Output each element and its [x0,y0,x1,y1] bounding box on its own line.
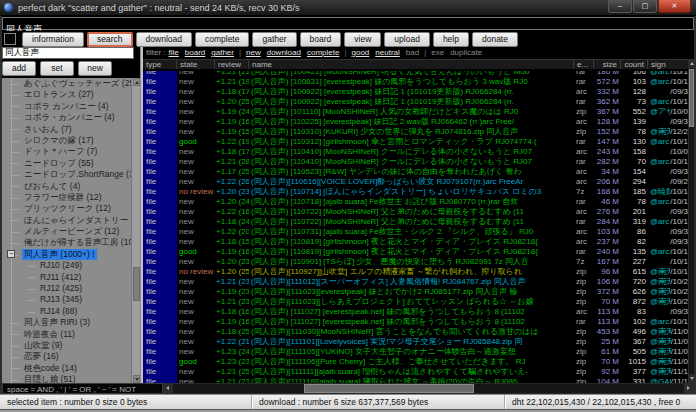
sidebar-search-input[interactable] [2,47,134,59]
table-row[interactable]: filenew+1.18 (16((同人音声) [111027] [everes… [143,307,688,317]
scroll-left-icon[interactable] [164,384,173,393]
column-header-sign[interactable]: sign [648,60,688,69]
table-row[interactable]: filenew+1.22 (16((同人音声) [110722] [MooNSH… [143,207,688,217]
table-row[interactable]: filenew+1.19 (24((同人音声) [101110] [MooNSH… [143,107,688,117]
tree-item[interactable]: コポラ カンパニー (4) [2,101,140,112]
table-row[interactable]: filenew+1.20 (25((同人音声) [100922] [everes… [143,97,688,107]
table-row[interactable]: filenew+1.22 (20((同人音声) [110731] [ajaib … [143,227,688,237]
tree-item[interactable]: びおらんて (4) [2,181,140,192]
filter-new[interactable]: new [246,48,261,57]
tree-item[interactable]: RJ13 (345) [2,294,140,305]
table-row[interactable]: filenew+1.18 (17((同人音声) [100922] [everes… [143,87,688,97]
table-row[interactable]: filenew+1.19 (23((同人音声)[111023][everestp… [143,287,688,297]
column-header-e[interactable]: e... [574,60,594,69]
tree-item[interactable]: ニードロップ.ShortRange (3) [2,169,140,180]
minimize-button[interactable]: – [608,0,632,13]
table-row[interactable]: filenew+1.18 (24((同人音声) [110722] [MooNSH… [143,217,688,227]
tree-item[interactable]: RJ10 (249) [2,260,140,271]
toolbar-button-download[interactable]: download [136,32,192,47]
filter-exe[interactable]: exe [431,48,444,57]
table-horizontal-scrollbar[interactable] [163,383,694,394]
column-header-state[interactable]: state [177,60,215,69]
table-row[interactable]: fileno review+1.20 (25((同人音声)[110927][山吹… [143,267,688,277]
table-row[interactable]: filenew+1.21 (23((同人音声)[111023][しらあえプロジェ… [143,297,688,307]
tree-item[interactable]: コポラ・カンパニー (4) [2,112,140,123]
table-row[interactable]: filenew+1.19 (15((同人音声) [110310] [KUKURI… [143,127,688,137]
scroll-right-icon[interactable] [684,384,693,393]
table-row[interactable]: filenew+1.18 (15((同人音声) [110819] [girlis… [143,237,688,247]
toolbar-button-complete[interactable]: complete [195,32,250,47]
table-row[interactable]: filenew+1.23 (24((同人音声)[111105][YUKINO] … [143,347,688,357]
tree-item[interactable]: ニードロップ (55) [2,158,140,169]
toolbar-button-gather[interactable]: gather [252,32,296,47]
filter-download[interactable]: download [267,48,301,57]
table-row[interactable]: filenew+1.17 (25((同人音声) [110523] [R&W] ヤ… [143,167,688,177]
toolbar-button-help[interactable]: help [433,32,469,47]
column-header-type[interactable]: type [143,60,177,69]
table-row[interactable]: filenew+1.21 (19((同人音声) [100831] [everes… [143,77,688,87]
tree-item[interactable]: 俺だけが得する音声工房 (10) [2,237,140,248]
table-row[interactable]: filegood+1.23 (23((同人音声)[111106][Pure Ch… [143,357,688,367]
sidebar-button-new[interactable]: new [78,61,112,76]
tree-item[interactable]: さいおん (7) [2,124,140,135]
tree-scrollbar[interactable] [131,78,140,383]
filter-complete[interactable]: complete [307,48,339,57]
sidebar-button-add[interactable]: add [2,61,36,76]
toolbar-button-board[interactable]: board [300,32,342,47]
maximize-button[interactable]: ▢ [633,0,657,13]
tree-item[interactable]: ブリッツクリーク (12) [2,203,140,214]
collapse-icon[interactable]: − [7,250,15,258]
filter-duplicate[interactable]: duplicate [450,48,482,57]
tree-item[interactable]: RJ12 (425) [2,283,140,294]
toolbar-button-donate[interactable]: donate [472,32,518,47]
toolbar-button-upload[interactable]: upload [384,32,430,47]
table-row[interactable]: filegood+1.19 (16((同人音声) [110819] [girli… [143,247,688,257]
tree-item[interactable]: エロトランス (27) [2,89,140,100]
tree-item[interactable]: 同人音声 RIRI (3) [2,317,140,328]
filter-good[interactable]: good [352,48,370,57]
column-header-review[interactable]: review [215,60,249,69]
table-row[interactable]: filenew+1.19 (16((同人音声) [111027] [everes… [143,317,688,327]
scroll-up-icon[interactable] [133,78,140,86]
filter-gather[interactable]: gather [211,48,234,57]
tree-scrollbar-thumb[interactable] [133,267,140,301]
tree-item[interactable]: シロクマの嫁 (17) [2,135,140,146]
toolbar-button-view[interactable]: view [344,32,381,47]
tree-item[interactable]: 恋夢 (16) [2,351,140,362]
table-row[interactable]: filenew+1.18 (17((同人音声) [110410] [MooNSH… [143,147,688,157]
scroll-down-icon[interactable] [133,375,140,383]
column-header-size[interactable]: size [594,60,621,69]
filter-bad[interactable]: bad [406,48,419,57]
horizontal-scrollbar-thumb[interactable] [304,384,474,393]
tree-item[interactable]: RJ11 (412) [2,272,140,283]
column-header-count[interactable]: count [621,60,648,69]
tree-item[interactable]: 目隠し娘 (51) [2,374,140,383]
tree-item[interactable]: 桃色code (14) [2,363,140,374]
tree-item[interactable]: フラワー症候群 (12) [2,192,140,203]
table-row[interactable]: filenew+1.22 (21((同人音声)[111101][Lovelyvo… [143,337,688,347]
table-row[interactable]: fileno review+1.20 (23((同人音声) [110714] [… [143,187,688,197]
tree-item[interactable]: あぐふぐヴェッチャーズ (25) [2,78,140,89]
toolbar-button-information[interactable]: information [22,32,84,47]
splitter[interactable] [140,47,143,383]
tree-item[interactable]: ほんにゃらインダストリー (12) [2,215,140,226]
table-row[interactable]: filenew+1.18 (25((同人音声)[111030][MooNSHIN… [143,327,688,337]
table-row[interactable]: filenew+1.20 (23((同人音声) [110901] [TSらぼ] … [143,257,688,267]
tree-item[interactable]: メルティービーンズ (12) [2,226,140,237]
sidebar-button-set[interactable]: set [40,61,74,76]
filter-file[interactable]: file [169,48,179,57]
tree-item[interactable]: RJ14 (88) [2,306,140,317]
close-button[interactable]: ✕ [658,0,691,13]
tree-item[interactable]: ドット＊ハーフ (7) [2,146,140,157]
filter-board[interactable]: board [185,48,205,57]
tree-item[interactable]: 吟遊夜会 (11) [2,329,140,340]
tree-item[interactable]: −同人音声 (1000+) ! [2,249,140,260]
table-row[interactable]: filenew+1.21 (25((同人音声)[111111][ajaib su… [143,367,688,377]
filter-neutral[interactable]: neutral [375,48,399,57]
table-row[interactable]: filenew+1.20 (24((同人音声) [110718] [ajaib … [143,197,688,207]
tree-item[interactable]: 山吹堂 (9) [2,340,140,351]
table-row[interactable]: filenew+1.21 (28((同人音声) [110410] [MooNSH… [143,157,688,167]
column-header-name[interactable]: name [249,60,574,69]
table-row[interactable]: filenew+1.19 (16((同人音声) [110225] [everes… [143,117,688,127]
table-row[interactable]: filegood+1.22 (19((同人音声) [110312] [girli… [143,137,688,147]
